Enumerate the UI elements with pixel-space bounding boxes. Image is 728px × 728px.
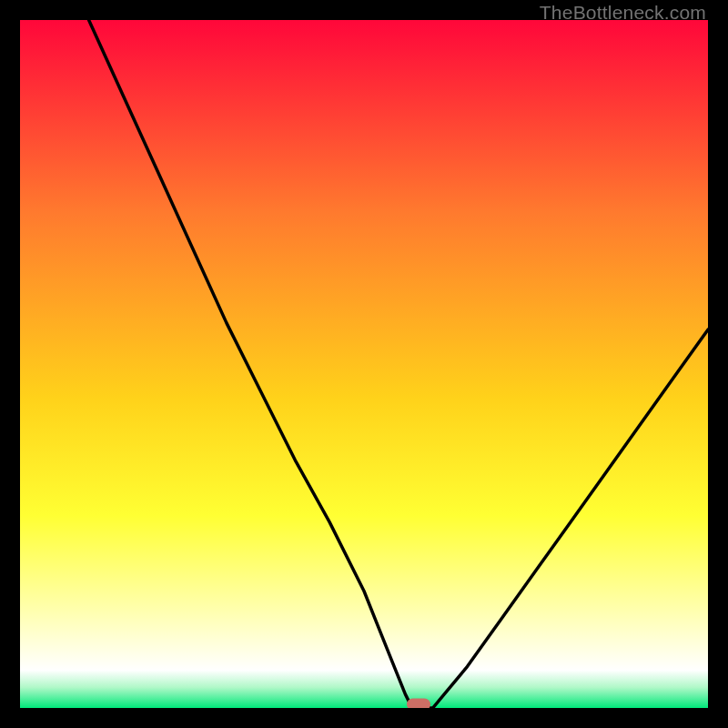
bottleneck-curve (20, 20, 708, 708)
optimal-marker (407, 699, 430, 709)
chart-frame: TheBottleneck.com (0, 0, 728, 728)
watermark-text: TheBottleneck.com (540, 2, 706, 24)
plot-area (20, 20, 708, 708)
